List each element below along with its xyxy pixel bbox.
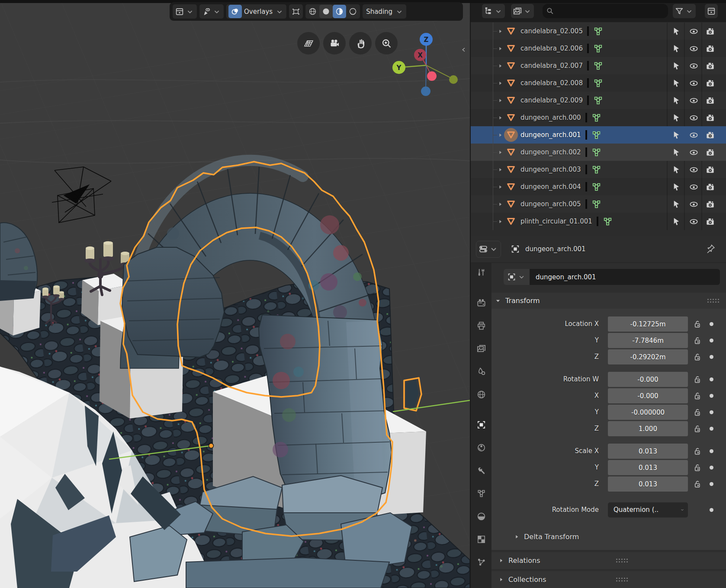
hide-render-toggle[interactable] (702, 147, 726, 157)
pin-icon[interactable] (705, 243, 716, 254)
outliner-row-plinth_circular_01.001[interactable]: plinth_circular_01.001 (471, 213, 726, 230)
value-field[interactable]: -0.12725m (608, 316, 688, 332)
expand-caret-icon[interactable] (498, 63, 503, 69)
unlock-icon[interactable] (692, 407, 702, 417)
expand-caret-icon[interactable] (498, 80, 503, 86)
selectable-toggle[interactable] (668, 130, 685, 140)
expand-caret-icon[interactable] (498, 115, 503, 121)
shading-solid-button[interactable] (319, 5, 333, 18)
shading-dropdown[interactable]: Shading (363, 4, 406, 19)
panel-drag-handle[interactable] (616, 578, 720, 582)
viewport-3d[interactable]: Overlays Shading Z (0, 0, 470, 588)
tab-view-layer[interactable] (471, 339, 491, 358)
animate-decorator-dot[interactable] (710, 322, 713, 326)
shading-material-preview-button[interactable] (333, 5, 346, 18)
pan-view-button[interactable] (349, 32, 372, 54)
animate-decorator-dot[interactable] (710, 427, 713, 431)
transform-panel-header[interactable]: Transform (491, 293, 726, 309)
hide-viewport-toggle[interactable] (685, 217, 702, 227)
outliner-display-mode-dropdown[interactable] (482, 4, 505, 18)
expand-caret-icon[interactable] (498, 184, 503, 190)
hide-viewport-toggle[interactable] (685, 199, 702, 209)
animate-decorator-dot[interactable] (710, 482, 713, 486)
selectable-toggle[interactable] (668, 113, 685, 123)
tab-scene[interactable] (471, 362, 491, 381)
axis-neg-z-ball[interactable] (421, 86, 430, 96)
hide-render-toggle[interactable] (702, 165, 726, 175)
outliner-row-candelabra_02.006[interactable]: candelabra_02.006 (471, 40, 726, 57)
unlock-icon[interactable] (692, 319, 702, 329)
unlock-icon[interactable] (692, 336, 702, 345)
tab-physics[interactable] (471, 438, 491, 457)
value-field[interactable]: -0.000000 (608, 405, 688, 420)
hide-viewport-toggle[interactable] (685, 130, 702, 140)
hide-render-toggle[interactable] (702, 182, 726, 192)
axis-neg-x-ball[interactable] (427, 71, 437, 81)
outliner-row-dungeon_arch.001[interactable]: dungeon_arch.001 (471, 126, 726, 144)
outliner-restriction-toggles-button[interactable] (705, 4, 718, 18)
value-field[interactable]: 1.000 (608, 421, 688, 436)
animate-decorator-dot[interactable] (710, 377, 713, 381)
selectable-toggle[interactable] (668, 199, 685, 209)
hide-viewport-toggle[interactable] (685, 147, 702, 157)
properties-editor-type-dropdown[interactable] (476, 241, 501, 258)
object-name-field[interactable] (530, 269, 720, 285)
hide-render-toggle[interactable] (702, 61, 726, 71)
object-id-dropdown[interactable] (504, 269, 530, 285)
animate-decorator-dot[interactable] (710, 410, 713, 414)
xray-toggle[interactable] (289, 4, 303, 19)
outliner-search-input[interactable] (557, 7, 665, 15)
value-field[interactable]: 0.013 (608, 476, 688, 492)
value-field[interactable]: -7.7846m (608, 333, 688, 348)
outliner-row-candelabra_02.005[interactable]: candelabra_02.005 (471, 22, 726, 40)
animate-decorator-dot[interactable] (710, 466, 713, 470)
outliner-filter-dropdown[interactable] (673, 4, 696, 18)
hide-viewport-toggle[interactable] (685, 182, 702, 192)
hide-viewport-toggle[interactable] (685, 165, 702, 175)
axis-navigation-gizmo[interactable]: Z X Y (392, 25, 467, 99)
value-field[interactable]: -0.000 (608, 388, 688, 403)
animate-decorator-dot[interactable] (710, 394, 713, 398)
outliner-row-dungeon_arch.005[interactable]: dungeon_arch.005 (471, 195, 726, 213)
hide-viewport-toggle[interactable] (685, 113, 702, 123)
selectable-toggle[interactable] (668, 26, 685, 36)
expand-caret-icon[interactable] (498, 201, 503, 207)
tab-object-data[interactable] (471, 484, 491, 503)
expand-caret-icon[interactable] (498, 46, 503, 51)
hide-render-toggle[interactable] (702, 96, 726, 105)
selectable-toggle[interactable] (668, 147, 685, 157)
delta-transform-subpanel[interactable]: Delta Transform (491, 529, 726, 544)
tab-render[interactable] (471, 293, 491, 312)
animate-decorator-dot[interactable] (710, 355, 713, 359)
selectable-toggle[interactable] (668, 44, 685, 54)
outliner-row-candelabra_02.009[interactable]: candelabra_02.009 (471, 92, 726, 109)
panel-drag-handle[interactable] (707, 299, 719, 303)
rotation-mode-dropdown[interactable]: Quaternion (.. (608, 502, 688, 518)
hide-render-toggle[interactable] (702, 217, 726, 227)
axis-neg-y-ball[interactable] (449, 75, 458, 84)
expand-caret-icon[interactable] (498, 132, 503, 138)
camera-view-button[interactable] (323, 32, 346, 54)
hide-render-toggle[interactable] (702, 113, 726, 123)
hide-viewport-toggle[interactable] (685, 26, 702, 36)
outliner-row-dungeon_arch.002[interactable]: dungeon_arch.002 (471, 144, 726, 161)
show-gizmos-dropdown[interactable] (199, 4, 224, 19)
selectable-toggle[interactable] (668, 78, 685, 88)
hide-render-toggle[interactable] (702, 44, 726, 54)
unlock-icon[interactable] (692, 446, 702, 456)
tab-world[interactable] (471, 385, 491, 404)
hide-render-toggle[interactable] (702, 130, 726, 140)
unlock-icon[interactable] (692, 479, 702, 489)
expand-caret-icon[interactable] (498, 219, 503, 224)
expand-caret-icon[interactable] (498, 29, 503, 34)
overlays-toggle[interactable] (228, 5, 242, 18)
unlock-icon[interactable] (692, 463, 702, 473)
tab-texture[interactable] (471, 530, 491, 549)
tab-tool[interactable] (471, 263, 491, 282)
panel-relations[interactable]: Relations (491, 552, 726, 569)
object-type-visibility-dropdown[interactable] (173, 4, 197, 19)
hide-render-toggle[interactable] (702, 78, 726, 88)
toggle-grid-button[interactable] (297, 32, 320, 54)
outliner-row-candelabra_02.007[interactable]: candelabra_02.007 (471, 57, 726, 74)
hide-render-toggle[interactable] (702, 199, 726, 209)
